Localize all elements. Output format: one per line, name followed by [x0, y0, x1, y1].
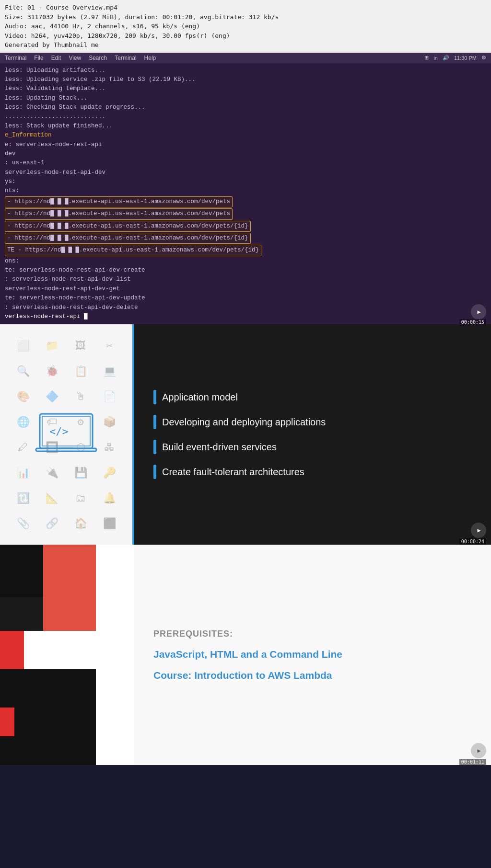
icon-cell: 🔃 — [12, 489, 34, 507]
file-info-header: File: 01 - Course Overview.mp4 Size: 311… — [0, 0, 491, 53]
icon-cell: 📄 — [99, 388, 120, 405]
terminal-line: : us-east-1 — [5, 159, 486, 168]
menu-terminal[interactable]: Terminal — [5, 55, 26, 61]
video-section-2: PREREQUISITES:JavaScript, HTML and a Com… — [0, 545, 491, 765]
icon-cell: 🔌 — [41, 464, 62, 481]
terminal-line: - https://nd█ █ █.execute-api.us-east-1.… — [5, 220, 486, 232]
icon-cell: 🎨 — [12, 388, 34, 405]
block-red-top — [43, 545, 96, 631]
icon-cell: 📐 — [41, 489, 62, 507]
prerequisites-label: PREREQUISITES: — [153, 629, 472, 639]
terminal-line: serverless-node-rest-api-dev — [5, 168, 486, 177]
bar-indicator — [153, 415, 156, 429]
icon-cell: 📎 — [12, 514, 34, 532]
terminal-line: e: serverless-node-rest-api — [5, 140, 486, 149]
laptop-icon: </> — [35, 410, 97, 459]
terminal-line: less: Validating template... — [5, 84, 486, 93]
file-info-line1: File: 01 - Course Overview.mp4 — [5, 3, 486, 12]
terminal-body: less: Uploading artifacts...less: Upload… — [0, 63, 491, 325]
icon-cell: 🔔 — [99, 489, 120, 507]
linkedin-icon: in — [433, 55, 438, 61]
menu-terminal2[interactable]: Terminal — [115, 55, 136, 61]
terminal-line: : serverless-node-rest-api-dev-delete — [5, 303, 486, 312]
prereq-link-0[interactable]: JavaScript, HTML and a Command Line — [153, 649, 472, 660]
vs2-right-panel: PREREQUISITES:JavaScript, HTML and a Com… — [134, 545, 491, 765]
play-button-1[interactable] — [471, 304, 486, 320]
course-item-label: Developing and deploying applications — [162, 417, 326, 428]
icon-cell: 📊 — [12, 464, 34, 481]
icon-cell: 💾 — [70, 464, 91, 481]
icon-cell: 📦 — [99, 413, 120, 431]
icon-cell: 🌐 — [12, 413, 34, 431]
timestamp-2: 00:00:24 — [459, 538, 486, 545]
play-button-3[interactable] — [471, 743, 486, 758]
icon-cell: 🏠 — [70, 514, 91, 532]
icon-cell: 🔑 — [99, 464, 120, 481]
terminal-line: - https://nd█ █ █.execute-api.us-east-1.… — [5, 208, 486, 220]
icon-cell: 🖊 — [12, 438, 34, 456]
menu-file[interactable]: File — [34, 55, 43, 61]
icon-cell: ⬜ — [12, 337, 34, 354]
terminal-line: less: Checking Stack update progress... — [5, 103, 486, 112]
terminal-line: te: serverless-node-rest-api-dev-update — [5, 294, 486, 303]
terminal-line: less: Uploading service .zip file to S3 … — [5, 75, 486, 84]
vs2-left-panel — [0, 545, 134, 765]
icon-cell: 📁 — [41, 337, 62, 354]
timestamp-3: 00:01:11 — [459, 759, 486, 765]
vs1-right-panel: Application modelDeveloping and deployin… — [134, 324, 491, 545]
file-info-line3: Audio: aac, 44100 Hz, 2 channels, s16, 9… — [5, 22, 486, 31]
terminal-line: ys: — [5, 177, 486, 186]
bar-indicator — [153, 390, 156, 404]
icon-cell: 🐞 — [41, 362, 62, 380]
course-item-label: Application model — [162, 392, 238, 403]
terminal-line: ............................ — [5, 112, 486, 121]
speaker-icon: 🔊 — [443, 55, 449, 61]
play-button-2[interactable] — [471, 523, 486, 538]
terminal-line: - https://nd█ █ █.execute-api.us-east-1.… — [5, 196, 486, 208]
course-item: Developing and deploying applications — [153, 415, 472, 429]
terminal-line: ons: — [5, 257, 486, 266]
prereq-link-1[interactable]: Course: Introduction to AWS Lambda — [153, 670, 472, 681]
terminal-line: less: Stack update finished... — [5, 122, 486, 131]
icon-cell: ⬛ — [99, 514, 120, 532]
file-info-line5: Generated by Thumbnail me — [5, 40, 486, 50]
icon-cell: 🗂 — [70, 489, 91, 507]
icon-cell: 🖱 — [70, 388, 91, 405]
menu-help[interactable]: Help — [144, 55, 156, 61]
file-info-line4: Video: h264, yuv420p, 1280x720, 209 kb/s… — [5, 31, 486, 41]
bar-indicator — [153, 440, 156, 454]
settings-icon[interactable]: ⚙ — [481, 55, 486, 61]
block-black-1 — [0, 545, 43, 597]
course-item-label: Build event-driven services — [162, 442, 277, 453]
vs1-left-panel: ⬜📁🖼✂🔍🐞📋💻🎨🔷🖱📄🌐🏷⚙📦🖊🔲⬡🖧📊🔌💾🔑🔃📐🗂🔔📎🔗🏠⬛ </> — [0, 324, 134, 545]
terminal-line: te: serverless-node-rest-api-dev-create — [5, 266, 486, 275]
terminal-statusbar: ⊞ in 🔊 11:30 PM ⚙ — [424, 55, 486, 61]
block-red-small — [0, 708, 14, 736]
icon-cell: 🔗 — [41, 514, 62, 532]
course-item: Create fault-tolerant architectures — [153, 465, 472, 479]
terminal-line: verless-node-rest-api █ — [5, 312, 486, 321]
block-red-bottom — [0, 631, 24, 669]
terminal-line: less: Uploading artifacts... — [5, 66, 486, 75]
terminal-titlebar: Terminal File Edit View Search Terminal … — [0, 53, 491, 63]
terminal-window: Terminal File Edit View Search Terminal … — [0, 53, 491, 325]
course-item: Build event-driven services — [153, 440, 472, 454]
terminal-line: : serverless-node-rest-api-dev-list — [5, 275, 486, 284]
course-item: Application model — [153, 390, 472, 404]
terminal-line: nts: — [5, 186, 486, 195]
menu-search[interactable]: Search — [89, 55, 107, 61]
terminal-line: TE - https://nd█ █ █.execute-api.us-east… — [5, 244, 486, 256]
time-display: 11:30 PM — [454, 55, 477, 61]
terminal-line: e_Information — [5, 131, 486, 140]
icon-cell: 🔷 — [41, 388, 62, 405]
block-black-2 — [0, 597, 43, 631]
menu-view[interactable]: View — [69, 55, 81, 61]
terminal-line: less: Updating Stack... — [5, 94, 486, 103]
course-item-label: Create fault-tolerant architectures — [162, 467, 304, 478]
terminal-line: - https://nd█ █ █.execute-api.us-east-1.… — [5, 232, 486, 244]
icon-cell: 🔍 — [12, 362, 34, 380]
terminal-line: serverless-node-rest-api-dev-get — [5, 285, 486, 294]
block-black-3 — [0, 669, 96, 765]
menu-edit[interactable]: Edit — [51, 55, 61, 61]
icon-cell: ✂ — [99, 337, 120, 354]
